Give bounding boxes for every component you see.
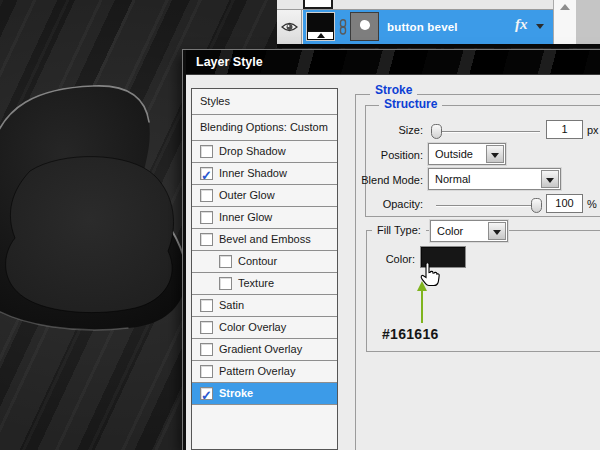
dialog-title: Layer Style [186,50,600,69]
size-input[interactable]: 1 [546,120,583,139]
checkbox[interactable] [200,189,213,202]
position-label: Position: [338,149,423,161]
checkbox[interactable] [200,365,213,378]
blend-mode-dropdown[interactable]: Normal [428,168,561,190]
fx-icon[interactable]: fx [515,16,528,33]
style-item-texture[interactable]: Texture [192,273,337,295]
button-artwork [0,76,200,341]
style-item-pattern-overlay[interactable]: Pattern Overlay [192,361,337,383]
checkbox[interactable] [200,145,213,158]
panel-bottom-border [277,44,600,48]
layer-mask-thumbnail[interactable] [350,12,379,41]
fill-type-label: Fill Type: [372,224,426,236]
style-item-drop-shadow[interactable]: Drop Shadow [192,141,337,163]
layers-panel-row-partial [277,0,576,10]
color-label: Color: [355,253,415,265]
scroll-up-icon[interactable] [560,4,570,10]
style-item-bevel-and-emboss[interactable]: Bevel and Emboss [192,229,337,251]
checkbox-checked[interactable] [200,167,213,180]
style-item-gradient-overlay[interactable]: Gradient Overlay [192,339,337,361]
style-item-contour[interactable]: Contour [192,251,337,273]
dropdown-arrow-icon[interactable] [488,222,506,240]
panel-edge [576,0,600,44]
checkbox-checked[interactable] [200,387,213,400]
checkbox[interactable] [200,299,213,312]
layer-row-button-bevel[interactable]: button bevel fx [303,10,553,44]
size-slider-thumb[interactable] [431,124,442,139]
style-item-blending-options[interactable]: Blending Options: Custom [192,115,337,141]
size-slider[interactable] [435,131,540,133]
layer-thumbnail-partial [303,0,333,9]
eye-icon [281,21,298,33]
style-item-inner-shadow[interactable]: Inner Shadow [192,163,337,185]
style-item-color-overlay[interactable]: Color Overlay [192,317,337,339]
checkbox[interactable] [200,321,213,334]
adjustment-layer-thumbnail[interactable] [306,12,335,41]
style-item-styles[interactable]: Styles [192,89,337,115]
layer-style-dialog: Layer Style Styles Blending Options: Cus… [183,50,600,450]
layers-panel: button bevel fx [277,0,600,48]
opacity-slider-thumb[interactable] [531,198,542,213]
styles-list: Styles Blending Options: Custom Drop Sha… [191,88,338,450]
stroke-pane-header: Stroke [370,83,417,97]
opacity-unit: % [587,198,600,210]
opacity-slider[interactable] [436,205,541,207]
thumbnail-slider-triangle-icon [317,33,325,38]
layer-name[interactable]: button bevel [387,10,458,44]
annotation-arrow [421,290,423,323]
position-dropdown[interactable]: Outside [428,143,506,165]
style-item-stroke[interactable]: Stroke [192,383,337,405]
style-item-inner-glow[interactable]: Inner Glow [192,207,337,229]
style-item-satin[interactable]: Satin [192,295,337,317]
blend-mode-label: Blend Mode: [338,174,423,186]
layer-visibility-cell[interactable] [277,10,302,44]
size-label: Size: [353,124,423,136]
checkbox[interactable] [219,255,232,268]
dropdown-arrow-icon[interactable] [486,145,504,163]
mask-shape [360,20,370,30]
checkbox[interactable] [200,233,213,246]
dialog-title-bar[interactable]: Layer Style [186,50,600,75]
link-icon [338,19,348,35]
layers-scrollbar[interactable] [553,0,576,44]
structure-group-header: Structure [379,97,442,111]
fx-expand-arrow-icon[interactable] [536,24,544,29]
checkbox[interactable] [200,343,213,356]
dropdown-arrow-icon[interactable] [541,170,559,188]
annotation-hex-text: #161616 [382,326,462,342]
fill-type-dropdown[interactable]: Color [430,220,508,242]
photoshop-workspace: button bevel fx Layer Style Styles Blend… [0,0,600,450]
opacity-label: Opacity: [353,198,423,210]
checkbox[interactable] [219,277,232,290]
style-item-outer-glow[interactable]: Outer Glow [192,185,337,207]
checkbox[interactable] [200,211,213,224]
opacity-input[interactable]: 100 [546,194,583,213]
size-unit: px [587,124,600,136]
